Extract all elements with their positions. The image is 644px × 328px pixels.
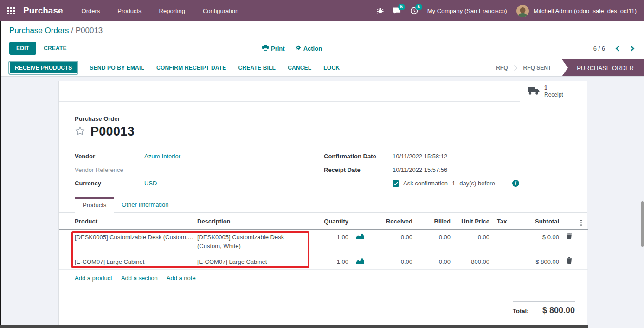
optional-columns-icon[interactable] <box>576 213 588 230</box>
app-title[interactable]: Purchase <box>23 6 63 16</box>
debug-bug-icon[interactable] <box>377 7 384 14</box>
cell-unit-price[interactable]: 800.00 <box>454 254 493 270</box>
ask-confirmation-days[interactable]: 1 <box>452 180 455 187</box>
delete-row-icon[interactable] <box>563 230 576 254</box>
action-label: Action <box>303 45 322 52</box>
table-row[interactable]: [DESK0005] Customizable Desk (Custom,… [… <box>59 230 588 254</box>
order-total: Total: $ 800.00 <box>513 301 575 315</box>
odoo-purchase-order-screen: Purchase Orders Products Reporting Confi… <box>0 0 644 328</box>
vendor-value[interactable]: Azure Interior <box>144 153 324 160</box>
truck-icon <box>528 86 540 97</box>
header-unit-price[interactable]: Unit Price <box>454 213 493 230</box>
cell-description[interactable]: [E-COM07] Large Cabinet <box>193 254 308 270</box>
apps-menu-icon[interactable] <box>7 7 15 14</box>
header-product[interactable]: Product <box>59 213 193 230</box>
cell-product[interactable]: [E-COM07] Large Cabinet <box>59 254 193 270</box>
title-field-label: Purchase Order <box>75 115 576 122</box>
receive-products-button[interactable]: RECEIVE PRODUCTS <box>9 62 77 74</box>
info-icon[interactable]: i <box>512 180 519 187</box>
window-left-edge <box>0 21 1 328</box>
receipt-date-label: Receipt Date <box>324 166 393 173</box>
cell-tax[interactable] <box>493 254 517 270</box>
menu-products[interactable]: Products <box>117 7 141 14</box>
messages-badge: 5 <box>398 4 405 10</box>
favorite-star-icon[interactable] <box>75 126 85 138</box>
header-subtotal[interactable]: Subtotal <box>517 213 563 230</box>
cell-quantity[interactable]: 1.00 <box>308 230 352 254</box>
line-add-links: Add a product Add a section Add a note <box>59 270 587 282</box>
create-button[interactable]: CREATE <box>44 45 67 52</box>
form-view-content: 1 Receipt Purchase Order P00013 Vendor A… <box>0 81 644 328</box>
vendor-reference-label: Vendor Reference <box>75 166 144 173</box>
state-purchase-order-active[interactable]: PURCHASE ORDER <box>562 59 644 76</box>
messages-icon[interactable]: 5 <box>393 7 401 14</box>
breadcrumb-parent[interactable]: Purchase Orders <box>9 26 69 35</box>
cell-quantity[interactable]: 1.00 <box>308 254 352 270</box>
cell-received[interactable]: 0.00 <box>371 254 416 270</box>
cell-subtotal: $ 0.00 <box>517 230 563 254</box>
header-tax[interactable]: Tax… <box>493 213 517 230</box>
confirm-receipt-date-button[interactable]: CONFIRM RECEIPT DATE <box>156 65 226 71</box>
forecast-chart-icon[interactable] <box>352 254 371 270</box>
statusbar: RECEIVE PRODUCTS SEND PO BY EMAIL CONFIR… <box>0 59 644 77</box>
currency-value[interactable]: USD <box>144 180 324 187</box>
table-row[interactable]: [E-COM07] Large Cabinet [E-COM07] Large … <box>59 254 588 270</box>
receipt-count: 1 <box>544 85 563 92</box>
breadcrumb-current: P00013 <box>76 26 103 35</box>
state-rfq[interactable]: RFQ <box>490 59 514 76</box>
printer-icon <box>262 45 269 52</box>
cancel-button[interactable]: CANCEL <box>288 65 311 71</box>
receipt-date-value: 10/11/2022 15:57:56 <box>393 166 576 173</box>
cell-product[interactable]: [DESK0005] Customizable Desk (Custom,… <box>59 230 193 254</box>
cell-billed[interactable]: 0.00 <box>416 230 454 254</box>
header-description[interactable]: Description <box>193 213 308 230</box>
breadcrumb-separator: / <box>71 26 73 35</box>
pager-next-icon[interactable] <box>630 46 635 52</box>
header-received[interactable]: Received <box>371 213 416 230</box>
field-group-right: Confirmation Date 10/11/2022 15:58:12 Re… <box>324 153 576 187</box>
page-title: P00013 <box>90 125 135 139</box>
ask-confirmation-label: Ask confirmation <box>403 180 448 187</box>
menu-reporting[interactable]: Reporting <box>159 7 185 14</box>
add-a-section-link[interactable]: Add a section <box>121 275 158 282</box>
button-box: 1 Receipt <box>59 81 587 102</box>
ask-confirmation-suffix: day(s) before <box>459 180 495 187</box>
header-quantity[interactable]: Quantity <box>308 213 352 230</box>
cell-description[interactable]: [DESK0005] Customizable Desk (Custom, Wh… <box>193 230 308 254</box>
lock-button[interactable]: LOCK <box>323 65 340 71</box>
window-bottom-edge <box>0 325 588 328</box>
order-lines-table: Product Description Quantity Received Bi… <box>59 213 588 270</box>
confirmation-date-label: Confirmation Date <box>324 153 393 160</box>
cell-tax[interactable] <box>493 230 517 254</box>
currency-label: Currency <box>75 180 144 187</box>
create-bill-button[interactable]: CREATE BILL <box>238 65 276 71</box>
menu-orders[interactable]: Orders <box>82 7 100 14</box>
add-a-note-link[interactable]: Add a note <box>167 275 196 282</box>
user-menu[interactable]: Mitchell Admin (odoo_sale_des_oct11) <box>534 7 637 14</box>
header-billed[interactable]: Billed <box>416 213 454 230</box>
avatar[interactable] <box>516 5 529 17</box>
send-po-by-email-button[interactable]: SEND PO BY EMAIL <box>90 65 144 71</box>
delete-row-icon[interactable] <box>563 254 576 270</box>
ask-confirmation-checkbox[interactable] <box>393 180 399 187</box>
receipt-smart-button[interactable]: 1 Receipt <box>520 81 587 102</box>
edit-button[interactable]: EDIT <box>9 42 36 55</box>
add-a-product-link[interactable]: Add a product <box>75 275 112 282</box>
activities-clock-icon[interactable]: 5 <box>410 7 418 15</box>
cell-received[interactable]: 0.00 <box>371 230 416 254</box>
tab-other-information[interactable]: Other Information <box>114 197 176 213</box>
pager-previous-icon[interactable] <box>615 46 620 52</box>
menu-configuration[interactable]: Configuration <box>203 7 238 14</box>
total-label: Total: <box>513 308 528 315</box>
cell-unit-price[interactable]: 0.00 <box>454 230 493 254</box>
scrollbar-thumb[interactable] <box>641 201 644 247</box>
cell-billed[interactable]: 0.00 <box>416 254 454 270</box>
forecast-chart-icon[interactable] <box>352 230 371 254</box>
action-menu[interactable]: Action <box>295 45 322 52</box>
activities-badge: 5 <box>415 4 422 10</box>
print-menu[interactable]: Print <box>262 45 285 52</box>
company-switcher[interactable]: My Company (San Francisco) <box>427 7 507 14</box>
total-value: $ 800.00 <box>542 306 575 315</box>
state-rfq-sent[interactable]: RFQ SENT <box>517 59 558 76</box>
tab-products[interactable]: Products <box>75 197 114 213</box>
